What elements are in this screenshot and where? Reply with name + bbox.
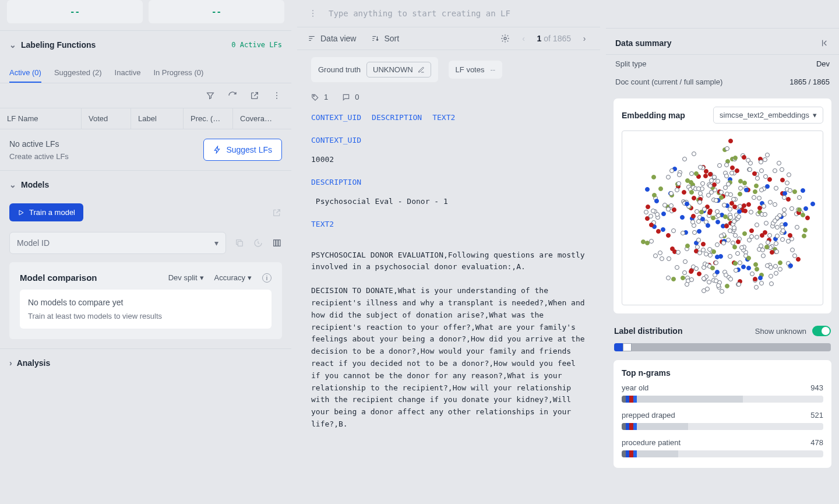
no-active-lfs: No active LFs xyxy=(9,139,69,149)
no-models-title: No models to compare yet xyxy=(28,298,263,307)
svg-point-9 xyxy=(312,16,313,17)
ground-truth-value: UNKNOWN xyxy=(373,65,413,74)
field-text2[interactable]: TEXT2 xyxy=(432,113,455,122)
more-icon[interactable] xyxy=(308,8,318,19)
text2-value-p2: DECISION TO DONATE,What is your understa… xyxy=(311,285,586,431)
no-models-sub: Train at least two models to view result… xyxy=(28,312,263,320)
doc-count-label: Doc count (current / full sample) xyxy=(615,77,722,86)
ngram-item[interactable]: year old943 xyxy=(622,378,823,405)
tab-active[interactable]: Active (0) xyxy=(9,64,41,83)
ngram-label: year old xyxy=(622,383,648,392)
chevron-down-icon: ▾ xyxy=(813,111,817,119)
ngram-item[interactable]: procedure patient478 xyxy=(622,432,823,460)
more-icon[interactable] xyxy=(272,90,282,101)
text2-label: TEXT2 xyxy=(311,220,586,228)
collapse-icon[interactable] xyxy=(819,38,830,48)
tab-in-progress[interactable]: In Progress (0) xyxy=(153,64,203,83)
lf-table-header: LF Name Voted Label Prec. (… Covera… xyxy=(0,108,291,129)
columns-icon[interactable] xyxy=(272,238,282,248)
show-unknown-toggle[interactable] xyxy=(812,326,831,336)
analysis-section: › Analysis xyxy=(0,348,291,377)
split-type-value: Dev xyxy=(816,59,830,68)
field-description[interactable]: DESCRIPTION xyxy=(372,113,422,122)
doc-count-value: 1865 / 1865 xyxy=(789,77,830,86)
page-current: 1 xyxy=(537,34,542,43)
chevron-down-icon: ⌄ xyxy=(9,40,16,50)
model-id-select[interactable]: Model ID ▾ xyxy=(9,232,226,254)
models-section: ⌄ Models xyxy=(0,170,291,199)
text2-value-p1: PSYCHOSOCIAL DONOR EVALUATION,Following … xyxy=(311,249,586,274)
tag-icon xyxy=(253,238,263,248)
labeling-functions-section: ⌄ Labeling Functions 0 Active LFs xyxy=(0,30,291,59)
col-lf-name[interactable]: LF Name xyxy=(0,108,82,129)
comment-count[interactable]: 0 xyxy=(342,93,359,101)
field-context-uid[interactable]: CONTEXT_UID xyxy=(311,113,361,122)
col-coverage[interactable]: Covera… xyxy=(233,108,283,129)
svg-point-2 xyxy=(276,98,277,99)
col-label[interactable]: Label xyxy=(131,108,184,129)
svg-point-11 xyxy=(313,95,315,96)
sort-dropdown[interactable]: Sort xyxy=(371,34,399,43)
refresh-icon[interactable] xyxy=(227,90,238,101)
ngram-count: 478 xyxy=(810,438,823,447)
data-view-dropdown[interactable]: Data view xyxy=(308,34,356,43)
active-lfs-badge: 0 Active LFs xyxy=(231,41,282,49)
filter-icon[interactable] xyxy=(205,90,216,101)
description-value: Psychosocial Eval - Donor - 1 xyxy=(311,196,586,208)
description-label: DESCRIPTION xyxy=(311,178,586,186)
svg-rect-3 xyxy=(238,241,242,246)
split-dropdown[interactable]: Dev split ▾ xyxy=(168,273,204,282)
svg-rect-4 xyxy=(274,240,276,246)
embedding-scatter[interactable] xyxy=(622,131,823,305)
tag-count[interactable]: 1 xyxy=(311,93,328,101)
prev-page-icon[interactable]: ‹ xyxy=(519,33,529,44)
tab-suggested[interactable]: Suggested (2) xyxy=(54,64,102,83)
col-voted[interactable]: Voted xyxy=(82,108,131,129)
svg-point-10 xyxy=(504,37,506,40)
next-page-icon[interactable]: › xyxy=(579,33,590,44)
col-prec[interactable]: Prec. (… xyxy=(184,108,233,129)
embedding-map-title: Embedding map xyxy=(622,111,685,120)
ngram-item[interactable]: prepped draped521 xyxy=(622,405,823,432)
label-distribution-bar[interactable] xyxy=(614,343,831,351)
context-uid-label: CONTEXT_UID xyxy=(311,136,586,144)
analysis-header[interactable]: › Analysis xyxy=(9,358,282,368)
svg-point-0 xyxy=(276,92,277,93)
gear-icon[interactable] xyxy=(500,33,510,44)
train-model-button[interactable]: Train a model xyxy=(9,203,83,221)
chevron-down-icon: ⌄ xyxy=(9,180,16,189)
external-link-icon[interactable] xyxy=(249,90,260,101)
external-link-icon xyxy=(272,207,282,218)
create-active-lfs: Create active LFs xyxy=(9,152,69,161)
lf-tabs: Active (0) Suggested (2) Inactive In Pro… xyxy=(0,59,291,83)
tab-inactive[interactable]: Inactive xyxy=(115,64,141,83)
top-ngrams-card: Top n-grams year old943prepped draped521… xyxy=(613,360,832,468)
svg-point-8 xyxy=(312,13,313,14)
ground-truth-pill[interactable]: Ground truth UNKNOWN xyxy=(311,57,438,82)
info-icon[interactable]: i xyxy=(262,273,272,283)
models-header[interactable]: ⌄ Models xyxy=(9,180,282,189)
chevron-down-icon: ▾ xyxy=(214,238,218,248)
embedding-select[interactable]: simcse_text2_embeddings ▾ xyxy=(713,107,823,124)
metric-1: -- xyxy=(7,0,143,23)
labeling-functions-header[interactable]: ⌄ Labeling Functions 0 Active LFs xyxy=(9,40,282,50)
svg-point-1 xyxy=(276,95,277,96)
split-type-label: Split type xyxy=(615,59,646,68)
edit-icon[interactable] xyxy=(418,66,425,73)
analysis-title: Analysis xyxy=(17,358,51,368)
model-comparison-title: Model comparison xyxy=(20,273,97,283)
svg-point-7 xyxy=(312,10,313,11)
ngram-label: prepped draped xyxy=(622,411,675,420)
metric-2: -- xyxy=(149,0,284,23)
metric-dropdown[interactable]: Accuracy ▾ xyxy=(214,273,252,282)
ngram-count: 943 xyxy=(810,383,823,392)
ngram-label: procedure patient xyxy=(622,438,681,447)
suggest-lfs-button[interactable]: Suggest LFs xyxy=(203,139,282,161)
show-unknown-label: Show unknown xyxy=(755,327,806,336)
labeling-functions-title: Labeling Functions xyxy=(21,40,96,50)
lf-creation-input[interactable]: Type anything to start creating an LF xyxy=(329,9,510,18)
copy-icon xyxy=(234,238,245,248)
svg-rect-6 xyxy=(279,240,280,246)
lf-votes-pill: LF votes -- xyxy=(449,61,503,79)
embedding-map-card: Embedding map simcse_text2_embeddings ▾ xyxy=(613,98,832,314)
